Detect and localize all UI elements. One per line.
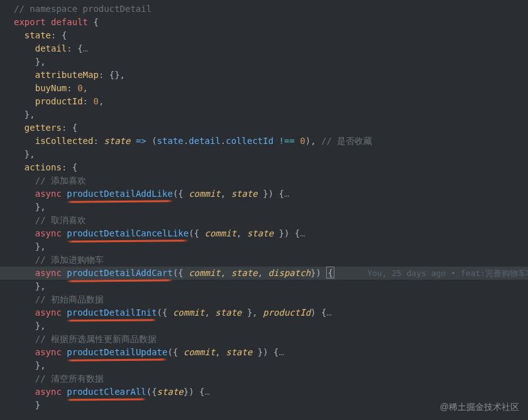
fold-icon[interactable]: … [326,307,331,318]
fold-icon[interactable]: … [83,43,88,53]
comment-clear: // 清空所有数据 [35,373,104,384]
line-addcart-highlighted: async productDetailAddCart({ commit, sta… [0,267,528,280]
line-detail: detail: {… [14,42,528,55]
comment-addcart: // 添加进购物车 [35,255,104,265]
fold-icon[interactable]: … [300,228,305,238]
line-iscollected: isCollected: state => (state.detail.coll… [14,135,528,148]
kw-export: export [14,17,46,27]
line-cancellike: async productDetailCancelLike({ commit, … [14,227,528,240]
fold-icon[interactable]: … [284,189,289,199]
watermark-text: @稀土掘金技术社区 [440,401,519,414]
comment-update: // 根据所选属性更新商品数据 [35,334,157,344]
line-state: state: { [14,29,528,42]
cursor-icon: { [326,267,334,279]
comment-init: // 初始商品数据 [35,294,104,304]
line-clear: async productClearAll({state}) {… [14,385,528,399]
fn-product-detail-init: productDetailInit [67,306,157,319]
kw-default: default [51,17,88,27]
line-actions: actions: { [14,161,528,174]
fn-product-clear-all: productClearAll [67,385,146,399]
fn-product-detail-add-cart: productDetailAddCart [67,267,173,280]
code-editor[interactable]: // namespace productDetail export defaul… [0,0,528,414]
line-init: async productDetailInit({ commit, state … [14,306,528,319]
line-export: export default { [14,16,528,29]
fn-product-detail-cancel-like: productDetailCancelLike [67,227,189,240]
git-blame-annotation: You, 25 days ago • feat:完善购物车功 [367,267,528,280]
comment-namespace: // namespace productDetail [14,4,151,14]
fn-product-detail-update: productDetailUpdate [67,346,167,359]
line-addlike: async productDetailAddLike({ commit, sta… [14,187,528,201]
fold-icon[interactable]: … [205,387,210,397]
line-productid: productId: 0, [14,95,528,108]
line-update: async productDetailUpdate({ commit, stat… [14,346,528,359]
line-buynum: buyNum: 0, [14,82,528,95]
comment-cancellike: // 取消喜欢 [35,215,86,225]
line-attribute-map: attributeMap: {}, [14,69,528,82]
comment-addlike: // 添加喜欢 [35,175,86,185]
fn-product-detail-add-like: productDetailAddLike [67,187,173,201]
fold-icon[interactable]: … [279,347,284,357]
line-getters: getters: { [14,121,528,135]
